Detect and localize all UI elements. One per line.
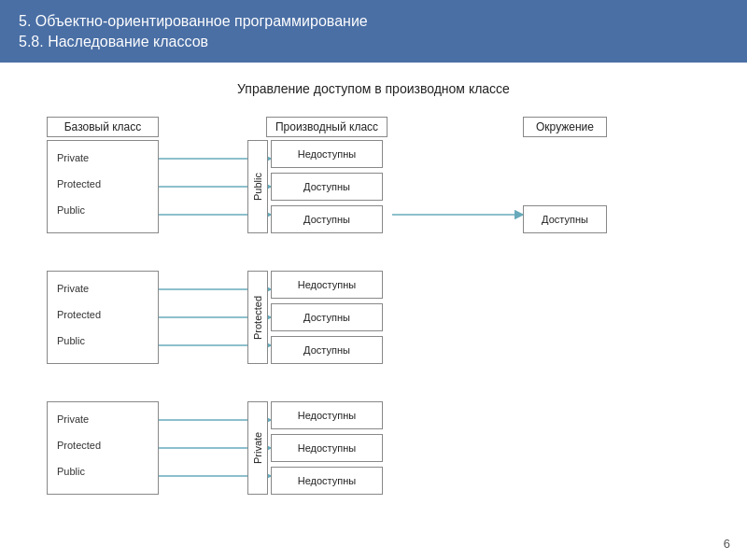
slide-number: 6	[724, 537, 730, 551]
result-3-2: Недоступны	[271, 434, 383, 462]
header-line1: 5. Объектно-ориентированное программиров…	[19, 11, 728, 32]
base-box-1: Private Protected Public	[47, 140, 159, 233]
inherit-label-1: Public	[247, 140, 268, 233]
base-label-2-protected: Protected	[57, 309, 101, 320]
inherit-label-3: Private	[247, 401, 268, 495]
result-3-1: Недоступны	[271, 401, 383, 429]
env-header: Окружение	[523, 117, 607, 137]
slide: 5. Объектно-ориентированное программиров…	[0, 0, 747, 560]
content-area: Управление доступом в производном классе	[0, 63, 747, 518]
base-label-1-protected: Protected	[57, 178, 101, 189]
base-label-2-public: Public	[57, 335, 85, 346]
diagram-title: Управление доступом в производном классе	[19, 81, 728, 96]
base-label-1-private: Private	[57, 152, 89, 163]
base-label-2-private: Private	[57, 283, 89, 294]
base-box-2: Private Protected Public	[47, 271, 159, 364]
result-1-2: Доступны	[271, 173, 383, 201]
result-3-3: Недоступны	[271, 467, 383, 495]
derived-class-header: Производный класс	[266, 117, 388, 137]
header-line2: 5.8. Наследование классов	[19, 32, 728, 52]
base-class-header: Базовый класс	[47, 117, 159, 137]
base-label-3-public: Public	[57, 466, 85, 477]
result-2-1: Недоступны	[271, 271, 383, 299]
result-2-2: Доступны	[271, 303, 383, 331]
diagram: Базовый класс Производный класс Окружени…	[28, 107, 719, 509]
inherit-label-2: Protected	[247, 271, 268, 364]
base-label-1-public: Public	[57, 204, 85, 216]
base-box-3: Private Protected Public	[47, 401, 159, 495]
result-1-3: Доступны	[271, 205, 383, 233]
env-result-1: Доступны	[523, 205, 607, 233]
result-2-3: Доступны	[271, 336, 383, 364]
slide-header: 5. Объектно-ориентированное программиров…	[0, 0, 747, 63]
base-label-3-private: Private	[57, 413, 89, 425]
base-label-3-protected: Protected	[57, 440, 101, 451]
result-1-1: Недоступны	[271, 140, 383, 168]
